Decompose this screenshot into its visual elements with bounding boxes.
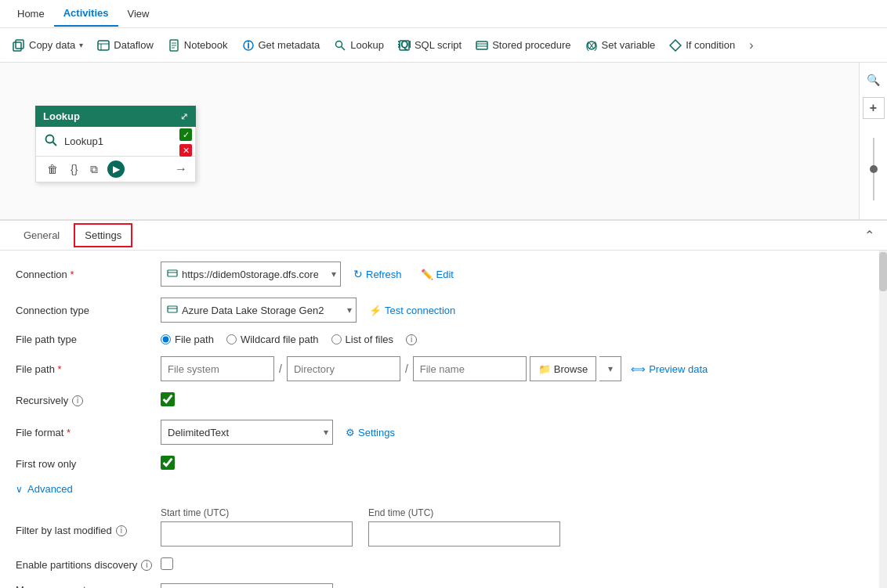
enable-partitions-label: Enable partitions discovery i — [16, 559, 153, 571]
partitions-info-icon: i — [141, 560, 152, 571]
max-concurrent-label: Max concurrent connections i — [16, 584, 153, 588]
file-name-input[interactable] — [413, 356, 527, 381]
svg-line-12 — [342, 46, 346, 50]
error-x-icon: ✕ — [179, 144, 192, 157]
file-system-input[interactable] — [161, 356, 274, 381]
set-variable-label: Set variable — [602, 39, 656, 51]
copy-data-button[interactable]: Copy data ▾ — [6, 35, 89, 56]
file-format-select-wrapper: DelimitedText ▾ — [161, 420, 333, 445]
advanced-chevron-icon: ∨ — [16, 484, 23, 495]
file-format-row: File format * DelimitedText ▾ ⚙ Settings — [16, 420, 871, 445]
toolbar: Copy data ▾ Dataflow Notebook i Get meta… — [0, 28, 887, 63]
settings-content: Connection * https://didem0storage.dfs.c… — [0, 251, 887, 588]
copy-data-label: Copy data — [29, 39, 75, 51]
canvas[interactable]: Lookup ⤢ Lookup1 ✓ ✕ 🗑 {} ⧉ — [0, 63, 887, 219]
connection-type-label: Connection type — [16, 305, 153, 316]
zoom-in-button[interactable]: + — [863, 97, 885, 119]
file-format-controls: DelimitedText ▾ ⚙ Settings — [161, 420, 401, 445]
scrollbar[interactable] — [879, 251, 887, 588]
svg-text:i: i — [247, 39, 250, 51]
set-variable-button[interactable]: (x) Set variable — [579, 35, 662, 56]
enable-partitions-checkbox[interactable] — [161, 557, 173, 570]
node-code-button[interactable]: {} — [67, 161, 81, 177]
sql-script-button[interactable]: SQL SQL script — [392, 35, 468, 56]
if-condition-label: If condition — [686, 39, 735, 51]
zoom-slider-track — [873, 138, 874, 200]
get-metadata-icon: i — [242, 39, 255, 52]
node-run-button[interactable]: ▶ — [107, 161, 125, 178]
scrollbar-thumb — [879, 252, 887, 291]
first-row-only-checkbox[interactable] — [161, 456, 175, 470]
connection-type-select[interactable]: Azure Data Lake Storage Gen2 — [161, 298, 357, 323]
dataflow-button[interactable]: Dataflow — [91, 35, 160, 56]
file-path-type-controls: File path Wildcard file path List of fil… — [161, 334, 417, 345]
search-canvas-button[interactable]: 🔍 — [863, 69, 885, 91]
start-time-input[interactable] — [161, 521, 353, 547]
advanced-toggle[interactable]: ∨ Advanced — [16, 483, 871, 495]
enable-partitions-row: Enable partitions discovery i — [16, 557, 871, 572]
recursively-controls — [161, 392, 175, 409]
if-condition-button[interactable]: If condition — [663, 35, 741, 56]
get-metadata-label: Get metadata — [259, 39, 320, 51]
test-connection-button[interactable]: ⚡ Test connection — [363, 301, 462, 319]
if-condition-icon — [669, 39, 682, 52]
max-concurrent-input[interactable] — [161, 583, 333, 588]
end-time-label: End time (UTC) — [368, 507, 560, 518]
first-row-only-controls — [161, 456, 175, 472]
tab-settings[interactable]: Settings — [74, 223, 132, 247]
browse-folder-icon: 📁 — [538, 363, 551, 375]
max-concurrent-controls — [161, 583, 333, 588]
file-format-settings-button[interactable]: ⚙ Settings — [339, 424, 401, 442]
file-path-sep-1: / — [277, 363, 284, 375]
notebook-button[interactable]: Notebook — [161, 35, 234, 56]
radio-wildcard[interactable]: Wildcard file path — [226, 334, 319, 345]
file-format-select[interactable]: DelimitedText — [161, 420, 333, 445]
file-path-label: File path * — [16, 363, 153, 375]
advanced-label: Advanced — [27, 483, 73, 495]
svg-rect-15 — [476, 41, 487, 49]
zoom-slider-thumb — [870, 165, 878, 173]
directory-input[interactable] — [287, 356, 400, 381]
radio-list-of-files-label: List of files — [346, 334, 393, 345]
stored-procedure-icon — [476, 39, 488, 52]
sql-script-label: SQL script — [415, 39, 462, 51]
start-time-group: Start time (UTC) — [161, 507, 353, 547]
notebook-label: Notebook — [184, 39, 228, 51]
notebook-icon — [168, 39, 180, 52]
node-delete-button[interactable]: 🗑 — [44, 161, 61, 177]
file-path-controls: / / 📁 Browse ▾ ⟺ Preview data — [161, 356, 714, 381]
canvas-and-panel: Lookup ⤢ Lookup1 ✓ ✕ 🗑 {} ⧉ — [0, 63, 887, 588]
panel-collapse-button[interactable]: ⌃ — [864, 228, 874, 243]
file-format-label: File format * — [16, 427, 153, 438]
panel-tabs-bar: General Settings ⌃ — [0, 221, 887, 251]
nav-view[interactable]: View — [118, 2, 159, 26]
browse-dropdown-button[interactable]: ▾ — [599, 356, 621, 381]
recursively-checkbox[interactable] — [161, 392, 175, 406]
node-copy-button[interactable]: ⧉ — [87, 161, 101, 178]
node-expand-icon[interactable]: ⤢ — [180, 111, 188, 122]
radio-list-of-files[interactable]: List of files — [331, 334, 393, 345]
nav-home[interactable]: Home — [8, 2, 54, 26]
lookup-node: Lookup ⤢ Lookup1 ✓ ✕ 🗑 {} ⧉ — [35, 106, 196, 182]
stored-procedure-button[interactable]: Stored procedure — [469, 35, 577, 56]
lookup-button[interactable]: Lookup — [328, 35, 390, 56]
connection-select[interactable]: https://didem0storage.dfs.core.w... — [161, 262, 341, 287]
edit-button[interactable]: ✏️ Edit — [415, 265, 460, 283]
svg-rect-1 — [16, 40, 24, 49]
stored-procedure-label: Stored procedure — [492, 39, 570, 51]
first-row-only-label: First row only — [16, 458, 153, 470]
get-metadata-button[interactable]: i Get metadata — [236, 35, 327, 56]
more-button[interactable]: › — [743, 34, 759, 56]
zoom-slider[interactable] — [873, 125, 874, 213]
file-path-type-row: File path type File path Wildcard file p… — [16, 334, 871, 345]
tab-general[interactable]: General — [13, 223, 71, 247]
refresh-button[interactable]: ↻ Refresh — [347, 265, 408, 283]
preview-data-button[interactable]: ⟺ Preview data — [625, 360, 714, 378]
nav-activities[interactable]: Activities — [54, 1, 118, 27]
svg-line-22 — [52, 142, 56, 146]
svg-text:(x): (x) — [585, 39, 597, 51]
lookup-node-actions: 🗑 {} ⧉ ▶ → — [35, 157, 196, 182]
radio-file-path[interactable]: File path — [161, 334, 214, 345]
browse-button[interactable]: 📁 Browse — [530, 356, 596, 381]
end-time-input[interactable] — [368, 521, 560, 547]
